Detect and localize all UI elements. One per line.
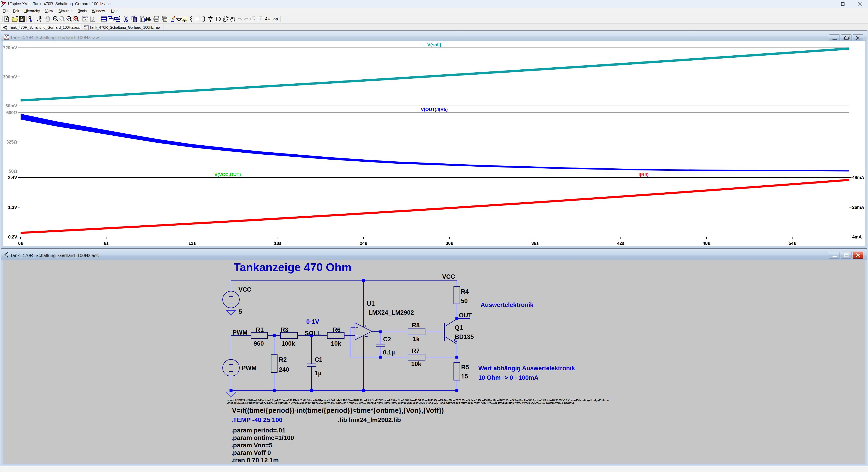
svg-text:.param ontime=1/100: .param ontime=1/100 bbox=[231, 434, 294, 441]
svg-text:V(soll): V(soll) bbox=[427, 42, 441, 47]
svg-text:10 Ohm -> 0 - 100mA: 10 Ohm -> 0 - 100mA bbox=[478, 374, 538, 381]
svg-text:PWM: PWM bbox=[232, 329, 248, 336]
svg-text:36s: 36s bbox=[531, 241, 539, 246]
svg-text:PWM: PWM bbox=[242, 365, 256, 371]
svg-text:54s: 54s bbox=[789, 241, 796, 246]
svg-text:Tankanzeige 470 Ohm: Tankanzeige 470 Ohm bbox=[234, 261, 351, 274]
svg-text:OUT: OUT bbox=[459, 312, 472, 319]
svg-text:.TEMP -40 25 100: .TEMP -40 25 100 bbox=[231, 416, 283, 423]
svg-text:A: A bbox=[265, 17, 268, 21]
svg-text:.tran 0 70 12 1m: .tran 0 70 12 1m bbox=[231, 457, 279, 464]
svg-text:VCC: VCC bbox=[442, 273, 455, 280]
svg-text:15: 15 bbox=[461, 373, 468, 380]
svg-text:.lib lmx24_lm2902.lib: .lib lmx24_lm2902.lib bbox=[338, 416, 401, 423]
svg-text:SOLL: SOLL bbox=[305, 330, 321, 337]
svg-text:Em: Em bbox=[250, 17, 255, 21]
svg-text:60mV: 60mV bbox=[5, 103, 17, 108]
svg-text:0.1µ: 0.1µ bbox=[383, 349, 395, 356]
svg-text:12s: 12s bbox=[188, 241, 196, 246]
svg-text:R5: R5 bbox=[461, 364, 469, 371]
svg-text:R4: R4 bbox=[461, 288, 469, 295]
svg-text:10k: 10k bbox=[411, 360, 422, 367]
svg-text:0-1V: 0-1V bbox=[306, 318, 319, 325]
svg-text:100k: 100k bbox=[281, 340, 295, 347]
svg-text:48mA: 48mA bbox=[852, 175, 864, 180]
svg-text:5: 5 bbox=[239, 308, 242, 315]
svg-text:30s: 30s bbox=[446, 241, 453, 246]
svg-text:C2: C2 bbox=[383, 336, 391, 343]
svg-text:960: 960 bbox=[254, 340, 264, 347]
svg-text:1µ: 1µ bbox=[315, 370, 322, 377]
svg-text:LMX24_LM2902: LMX24_LM2902 bbox=[368, 309, 414, 316]
svg-text:Q1: Q1 bbox=[455, 324, 463, 331]
svg-text:a: a bbox=[268, 17, 270, 21]
svg-text:R7: R7 bbox=[412, 347, 420, 354]
svg-text:325Ω: 325Ω bbox=[6, 139, 17, 145]
svg-text:A: A bbox=[183, 17, 186, 20]
svg-text:50: 50 bbox=[461, 297, 468, 304]
svg-text:.param Von=5: .param Von=5 bbox=[231, 442, 272, 449]
svg-text:0s: 0s bbox=[18, 241, 23, 246]
svg-text:.op: .op bbox=[272, 17, 278, 21]
svg-text:0.2V: 0.2V bbox=[8, 234, 17, 240]
svg-text:42s: 42s bbox=[617, 241, 625, 246]
svg-text:V(VCC,OUT): V(VCC,OUT) bbox=[215, 172, 241, 177]
svg-text:26mA: 26mA bbox=[852, 205, 864, 210]
svg-text:18s: 18s bbox=[274, 241, 282, 246]
svg-text:R3: R3 bbox=[281, 326, 288, 333]
svg-text:V=if((time/{period})-int(time/: V=if((time/{period})-int(time/{period})<… bbox=[232, 406, 444, 414]
svg-text:VCC: VCC bbox=[239, 286, 251, 293]
svg-text:600Ω: 600Ω bbox=[6, 110, 17, 115]
svg-text:.model BD135 NPN(Is=40f Xti=3: .model BD135 NPN(Is=40f Xti=3 Eg=1.11 Va… bbox=[227, 401, 574, 404]
svg-text:U1: U1 bbox=[367, 300, 375, 307]
svg-text:R2: R2 bbox=[279, 356, 287, 363]
svg-text:.param period=.01: .param period=.01 bbox=[231, 427, 285, 434]
svg-text:1.3V: 1.3V bbox=[8, 205, 17, 210]
svg-text:C1: C1 bbox=[315, 356, 322, 363]
svg-text:24s: 24s bbox=[360, 241, 367, 246]
svg-text:R6: R6 bbox=[333, 326, 341, 333]
svg-text:Wert abhängig Auswertelektroni: Wert abhängig Auswertelektronik bbox=[478, 365, 575, 372]
svg-text:I(R4): I(R4) bbox=[639, 172, 649, 177]
svg-text:48s: 48s bbox=[703, 241, 710, 246]
svg-text:50Ω: 50Ω bbox=[9, 169, 17, 174]
svg-text:240: 240 bbox=[279, 366, 289, 373]
svg-text:6s: 6s bbox=[104, 241, 109, 246]
svg-text:R8: R8 bbox=[412, 322, 420, 329]
svg-text:10k: 10k bbox=[331, 340, 341, 347]
svg-text:720mV: 720mV bbox=[3, 45, 17, 50]
svg-text:V(OUT)/I(R5): V(OUT)/I(R5) bbox=[421, 107, 448, 112]
svg-text:Auswertelektronik: Auswertelektronik bbox=[480, 302, 534, 308]
svg-text:390mV: 390mV bbox=[3, 74, 17, 80]
svg-text:2.4V: 2.4V bbox=[8, 175, 17, 180]
svg-text:1k: 1k bbox=[413, 336, 420, 343]
svg-text:R1: R1 bbox=[256, 326, 264, 333]
svg-text:BD135: BD135 bbox=[455, 334, 474, 340]
svg-text:E3: E3 bbox=[257, 17, 261, 21]
svg-text:.param Voff 0: .param Voff 0 bbox=[231, 449, 271, 456]
svg-text:4mA: 4mA bbox=[852, 234, 862, 240]
